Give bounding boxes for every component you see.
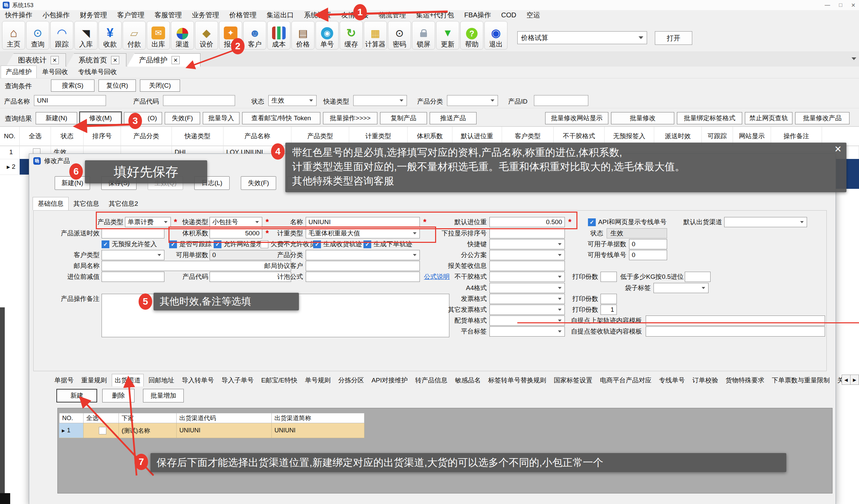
btab-number-rules[interactable]: 单号规则 (302, 374, 334, 386)
exit-button[interactable]: ◉退出 (484, 21, 508, 50)
batch-site-display-button[interactable]: 批量修改网站显示 (545, 112, 608, 124)
customer-type-select[interactable] (102, 250, 164, 260)
cost-button[interactable]: 成本 (267, 21, 290, 50)
password-button[interactable]: ⊙密码 (388, 21, 411, 50)
outbound-button[interactable]: ✉出库 (147, 21, 170, 50)
no-forecast-checkbox-field[interactable]: ✓无预报允许签入 (102, 239, 157, 249)
modify-product-button[interactable]: 修改(M) (80, 112, 121, 124)
menu-customer[interactable]: 客户管理 (112, 11, 149, 20)
maximize-icon[interactable]: □ (839, 2, 842, 8)
tab-close-icon[interactable]: ✕ (111, 56, 119, 64)
calculator-button[interactable]: ▦计算器 (364, 21, 387, 50)
close-icon[interactable]: ✕ (851, 2, 856, 9)
cache-button[interactable]: ↻缓存 (340, 21, 363, 50)
set-price-button[interactable]: ◆设价 (195, 21, 218, 50)
post-customer-input[interactable] (306, 261, 420, 271)
help-button[interactable]: ?帮助 (460, 21, 483, 50)
shelf-template-input[interactable] (646, 316, 825, 326)
reset-button[interactable]: 复位(R) (99, 79, 136, 92)
menu-business[interactable]: 业务管理 (187, 11, 224, 20)
btab-order-check[interactable]: 订单校验 (690, 374, 721, 386)
menu-consolidation-pack[interactable]: 集运+代打包 (411, 11, 459, 20)
menu-consolidation-export[interactable]: 集运出口 (261, 11, 299, 20)
btab-epacket[interactable]: E邮宝/E特快 (258, 374, 300, 386)
tracking-number-button[interactable]: ◉单号 (316, 21, 338, 50)
track-button[interactable]: ◠跟踪 (50, 21, 73, 50)
batch-ops-button[interactable]: 批量操作>>>> (323, 112, 377, 124)
batch-modify-product-button[interactable]: 批量修改产品 (795, 112, 849, 124)
menu-service[interactable]: 客服管理 (149, 11, 187, 20)
open-button[interactable]: 打开 (655, 31, 692, 45)
channel-button[interactable]: 渠道 (171, 21, 194, 50)
hotkey-select[interactable] (489, 239, 565, 249)
tab-overflow-icon[interactable] (852, 57, 856, 60)
left-scrollbar[interactable] (0, 307, 5, 504)
btab-special-cargo[interactable]: 货物特殊要求 (723, 374, 767, 386)
menu-cod[interactable]: COD (496, 11, 522, 19)
home-button[interactable]: ⌂主页 (2, 21, 25, 50)
batch-modify-button[interactable]: 批量修改 (611, 112, 674, 124)
btab-sorting[interactable]: 分拣分区 (335, 374, 367, 386)
forbid-web-track-button[interactable]: 禁止网页查轨 (745, 112, 793, 124)
tab-other-info2[interactable]: 其它信息2 (104, 197, 143, 210)
copy-product-button[interactable]: 复制产品 (380, 112, 427, 124)
push-product-button[interactable]: 推送产品 (430, 112, 477, 124)
btab-order-limit[interactable]: 下单票数与重量限制 (769, 374, 832, 386)
carry-minus-input[interactable] (102, 272, 164, 282)
sticker-format-select[interactable] (489, 272, 565, 282)
receive-payment-button[interactable]: ¥收款 (99, 21, 122, 50)
tab-product-maintenance[interactable]: 产品维护 ✕ (127, 53, 200, 66)
platform-select[interactable] (489, 326, 565, 337)
sort-no-input[interactable] (489, 228, 565, 239)
tab-other-info[interactable]: 其它信息 (69, 197, 104, 210)
courier-type-select[interactable] (353, 95, 407, 106)
price-trial-combobox[interactable]: 价格试算 (517, 31, 647, 44)
dialog-invalidate-button[interactable]: 失效(F) (241, 176, 276, 190)
btab-sensitive[interactable]: 敏感品名 (452, 374, 483, 386)
btab-return-address[interactable]: 回邮地址 (146, 374, 177, 386)
channel-row[interactable]: ▶ 1 (测试)名称 UNIUNI UNIUNI (59, 423, 364, 438)
bag-label-select[interactable] (653, 283, 709, 293)
channel-new-button[interactable]: 新建 (56, 389, 97, 402)
print-copies-input[interactable] (601, 272, 617, 282)
inbound-button[interactable]: ◥入库 (74, 21, 97, 50)
search-button[interactable]: 搜索(S) (51, 79, 94, 92)
btab-transfer-product[interactable]: 转产品信息 (412, 374, 450, 386)
customer-button[interactable]: ☻客户 (243, 21, 266, 50)
btab-doc-number[interactable]: 单据号 (51, 374, 76, 386)
view-token-button[interactable]: 查看邮宝/特快 Token (242, 112, 320, 124)
lock-screen-button[interactable]: 锁屏 (412, 21, 435, 50)
dialog-category-select[interactable] (306, 250, 420, 260)
btab-shipping-channel[interactable]: 出货渠道 (112, 374, 144, 386)
channel-batch-add-button[interactable]: 批量增加 (143, 389, 184, 402)
update-button[interactable]: ▼更新 (436, 21, 459, 50)
tab-system-home[interactable]: 系统首页 ✕ (66, 53, 126, 66)
btab-line-number[interactable]: 专线单号 (656, 374, 688, 386)
invoice-format-select[interactable] (489, 294, 565, 304)
sign-template-input[interactable] (646, 326, 825, 337)
pick-format-select[interactable] (489, 316, 565, 326)
batch-import-button[interactable]: 批量导入 (203, 112, 239, 124)
channel-row-checkbox[interactable] (99, 427, 106, 434)
product-name-input[interactable]: UNI (34, 95, 106, 106)
product-category-select[interactable] (447, 95, 498, 106)
minimize-icon[interactable]: — (825, 2, 830, 8)
price-button[interactable]: ▤价格 (291, 21, 315, 50)
menu-fba[interactable]: FBA操作 (459, 11, 496, 20)
btab-import-transfer[interactable]: 导入转单号 (179, 374, 217, 386)
product-id-input[interactable] (534, 95, 588, 106)
btab-country-label[interactable]: 国家标签设置 (551, 374, 595, 386)
api-display-checkbox-field[interactable]: ✓ API和网页显示专线单号 (588, 217, 667, 227)
status-select[interactable]: 生效 (268, 95, 317, 106)
tab-chart-statistics[interactable]: 图表统计 ✕ (6, 53, 66, 66)
product-code-input[interactable] (163, 95, 235, 106)
subtab-product-maintenance[interactable]: 产品维护 (1, 65, 37, 78)
pay-button[interactable]: ▱付款 (123, 21, 146, 50)
menu-logistics[interactable]: 物流管理 (374, 11, 411, 20)
menu-express-ops[interactable]: 快件操作 (0, 11, 37, 20)
new-product-button[interactable]: 新建(N) (36, 112, 77, 124)
btabs-scroll-right[interactable]: ▶ (850, 375, 859, 385)
bubble-formula-input[interactable] (306, 272, 420, 282)
tab-close-icon[interactable]: ✕ (50, 56, 59, 64)
other-invoice-select[interactable] (489, 305, 565, 315)
